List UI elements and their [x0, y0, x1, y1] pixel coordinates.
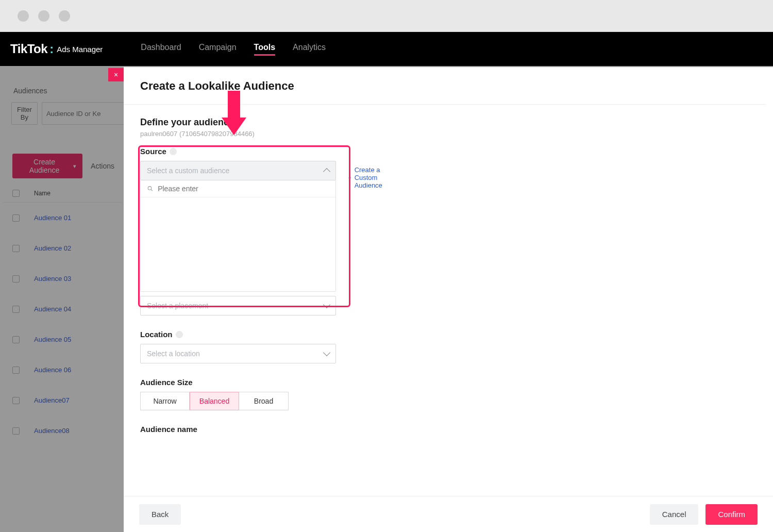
svg-point-0 — [148, 187, 152, 190]
nav-link-dashboard[interactable]: Dashboard — [141, 43, 181, 56]
source-select[interactable]: Select a custom audience — [140, 161, 336, 180]
cancel-button[interactable]: Cancel — [650, 504, 699, 525]
traffic-light-close[interactable] — [18, 10, 29, 22]
refresh-icon — [348, 174, 351, 181]
search-icon — [147, 185, 154, 192]
back-button[interactable]: Back — [139, 504, 181, 525]
placement-placeholder: Select a placement — [147, 302, 208, 310]
source-dropdown — [140, 180, 336, 292]
nav-link-campaign[interactable]: Campaign — [199, 43, 237, 56]
panel-body: Define your audience paulren0607 (710654… — [124, 104, 766, 496]
create-custom-audience-link[interactable]: Create a Custom Audience — [348, 166, 386, 189]
location-placeholder: Select a location — [147, 350, 200, 358]
audience-size-segmented: NarrowBalancedBroad — [140, 392, 749, 410]
brand-colon-icon: : — [49, 42, 54, 56]
source-label: Source — [140, 147, 749, 156]
brand: TikTok: Ads Manager — [10, 42, 103, 56]
size-option-narrow[interactable]: Narrow — [140, 392, 190, 410]
panel-header: Create a Lookalike Audience — [124, 67, 773, 107]
svg-line-1 — [151, 190, 153, 191]
create-custom-audience-text: Create a Custom Audience — [355, 166, 387, 189]
account-id-subtitle: paulren0607 (7106540798207934466) — [140, 130, 749, 138]
nav-link-analytics[interactable]: Analytics — [293, 43, 326, 56]
create-lookalike-panel: × Create a Lookalike Audience Define you… — [124, 67, 773, 532]
traffic-light-min[interactable] — [38, 10, 49, 22]
top-nav: TikTok: Ads Manager DashboardCampaignToo… — [0, 32, 773, 66]
define-heading: Define your audience — [140, 117, 749, 128]
window-chrome — [0, 0, 773, 32]
help-icon[interactable] — [170, 148, 177, 155]
brand-name: TikTok — [10, 42, 47, 56]
nav-link-tools[interactable]: Tools — [254, 43, 275, 56]
nav-links: DashboardCampaignToolsAnalytics — [141, 43, 326, 56]
placement-select[interactable]: Select a placement — [140, 296, 336, 315]
close-panel-button[interactable]: × — [108, 68, 124, 81]
size-option-broad[interactable]: Broad — [239, 392, 289, 410]
location-select[interactable]: Select a location — [140, 344, 336, 363]
help-icon[interactable] — [176, 331, 183, 338]
traffic-light-max[interactable] — [59, 10, 70, 22]
panel-title: Create a Lookalike Audience — [140, 79, 757, 93]
chevron-up-icon — [323, 168, 330, 175]
source-label-text: Source — [140, 147, 166, 156]
source-dropdown-search-input[interactable] — [158, 185, 329, 193]
close-icon: × — [114, 71, 118, 79]
location-label: Location — [140, 330, 749, 339]
source-field: Select a custom audience Create a Custom… — [140, 161, 336, 292]
source-select-placeholder: Select a custom audience — [147, 167, 229, 175]
brand-product: Ads Manager — [57, 45, 103, 54]
panel-footer: Back Cancel Confirm — [124, 496, 773, 532]
size-option-balanced[interactable]: Balanced — [190, 392, 239, 410]
audience-size-label: Audience Size — [140, 378, 749, 387]
chevron-down-icon — [323, 301, 330, 308]
chevron-down-icon — [323, 349, 330, 356]
source-dropdown-list[interactable] — [141, 197, 335, 291]
audience-name-label: Audience name — [140, 425, 749, 434]
location-label-text: Location — [140, 330, 173, 339]
confirm-button[interactable]: Confirm — [705, 504, 758, 525]
source-dropdown-search — [141, 180, 335, 197]
